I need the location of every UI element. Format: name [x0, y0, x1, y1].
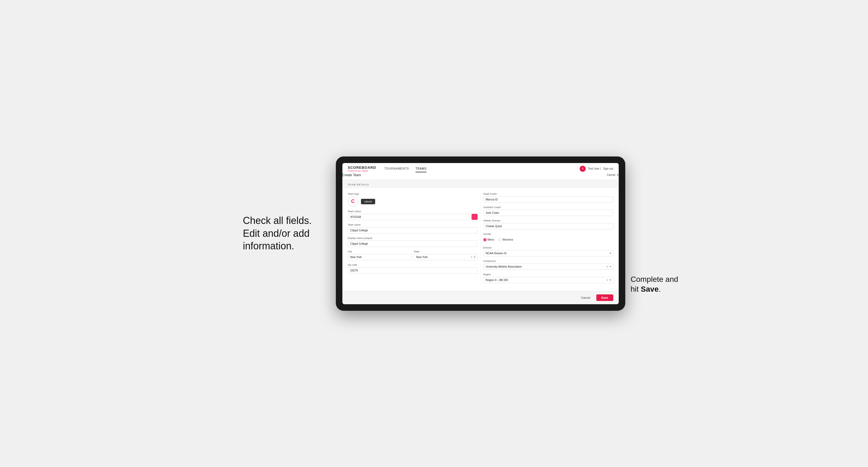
upload-button[interactable]: Upload — [361, 199, 375, 204]
assistant-coach-field: Assistant Coach — [483, 206, 613, 216]
conference-label: Conference — [483, 260, 613, 262]
division-label: Division — [483, 246, 613, 249]
team-logo-field: Team logo C Upload — [348, 192, 477, 207]
team-colour-label: Team colour — [348, 210, 477, 213]
zip-input[interactable] — [348, 268, 477, 274]
form-grid: Team logo C Upload Team colour — [342, 188, 619, 291]
assistant-coach-input[interactable] — [483, 210, 613, 216]
state-clear[interactable]: ✕ — [470, 256, 473, 259]
nav-right: T Test User | Sign out — [580, 166, 613, 172]
form-footer: Cancel Save — [342, 291, 619, 304]
section-label: TEAM DETAILS — [342, 180, 619, 188]
gender-radio-group: Mens Womens — [483, 237, 613, 243]
logo-area: C Upload — [348, 196, 477, 207]
region-field: Region Region II - (M) DIII ✕ ▼ — [483, 273, 613, 283]
division-select-wrapper: NCAA Division III ▼ — [483, 250, 613, 256]
display-name-input[interactable] — [348, 241, 477, 247]
nav-links: TOURNAMENTS TEAMS — [384, 165, 580, 172]
save-button[interactable]: Save — [596, 294, 613, 301]
zip-label: Zip code — [348, 263, 477, 266]
conference-select-wrapper: University Athletic Association ✕ ▼ — [483, 263, 613, 270]
head-coach-label: Head Coach — [483, 192, 613, 195]
user-avatar: T — [580, 166, 586, 172]
athletic-director-label: Athletic Director — [483, 219, 613, 222]
tablet-screen: SCOREBOARD Powered by clippd TOURNAMENTS… — [342, 163, 619, 304]
team-name-input[interactable] — [348, 227, 477, 234]
state-select-wrapper: New York ✕ ▼ — [414, 254, 477, 260]
team-logo-label: Team logo — [348, 192, 477, 195]
team-name-field: Team name — [348, 223, 477, 234]
display-name-label: Display name (unique) — [348, 237, 477, 240]
team-colour-input[interactable] — [348, 214, 470, 220]
team-name-label: Team name — [348, 223, 477, 226]
division-field: Division NCAA Division III ▼ — [483, 246, 613, 256]
conference-select[interactable]: University Athletic Association — [483, 263, 613, 270]
head-coach-field: Head Coach — [483, 192, 613, 203]
form-title: Create Team — [342, 173, 361, 177]
head-coach-input[interactable] — [483, 196, 613, 203]
brand-logo: SCOREBOARD Powered by clippd — [348, 165, 376, 172]
womens-label: Womens — [502, 238, 513, 241]
cancel-top-button[interactable]: Cancel ✕ — [607, 174, 618, 177]
sign-out-link[interactable]: Sign out — [603, 167, 613, 170]
city-field: City — [348, 250, 412, 260]
zip-field: Zip code — [348, 263, 477, 274]
gender-label: Gender — [483, 233, 613, 236]
city-label: City — [348, 250, 412, 253]
gender-womens-option[interactable]: Womens — [498, 238, 513, 242]
logo-circle: C — [348, 196, 358, 207]
state-label: State — [414, 250, 477, 253]
tablet-frame: SCOREBOARD Powered by clippd TOURNAMENTS… — [336, 156, 625, 311]
conference-clear[interactable]: ✕ — [606, 265, 608, 268]
region-clear[interactable]: ✕ — [606, 279, 608, 282]
form-right-column: Head Coach Assistant Coach Athletic Dire… — [480, 192, 613, 286]
gender-field: Gender Mens Womens — [483, 233, 613, 243]
user-text: Test User | — [588, 167, 601, 170]
annotation-left: Check all fields. Edit and/or add inform… — [243, 214, 319, 253]
nav-teams[interactable]: TEAMS — [415, 165, 427, 172]
region-select-wrapper: Region II - (M) DIII ✕ ▼ — [483, 277, 613, 283]
athletic-director-field: Athletic Director — [483, 219, 613, 229]
region-select[interactable]: Region II - (M) DIII — [483, 277, 613, 283]
display-name-field: Display name (unique) — [348, 237, 477, 247]
region-label: Region — [483, 273, 613, 276]
mens-radio-dot — [483, 238, 487, 242]
color-swatch[interactable] — [471, 214, 477, 220]
form-left-column: Team logo C Upload Team colour — [348, 192, 480, 286]
state-select[interactable]: New York — [414, 254, 477, 260]
city-input[interactable] — [348, 254, 412, 260]
team-colour-field: Team colour — [348, 210, 477, 220]
brand-sub: Powered by clippd — [348, 169, 376, 172]
nav-tournaments[interactable]: TOURNAMENTS — [384, 165, 409, 172]
annotation-text: Check all fields. Edit and/or add inform… — [243, 214, 319, 253]
division-select[interactable]: NCAA Division III — [483, 250, 613, 256]
city-state-row: City State New York ✕ ▼ — [348, 250, 477, 260]
color-field-wrapper — [348, 214, 477, 220]
cancel-button[interactable]: Cancel — [578, 294, 594, 301]
brand-title: SCOREBOARD — [348, 165, 376, 169]
tablet-container: SCOREBOARD Powered by clippd TOURNAMENTS… — [336, 156, 625, 311]
gender-mens-option[interactable]: Mens — [483, 238, 494, 242]
state-field: State New York ✕ ▼ — [414, 250, 477, 260]
assistant-coach-label: Assistant Coach — [483, 206, 613, 209]
womens-radio-dot — [498, 238, 501, 242]
annotation-right: Complete and hit Save. — [631, 275, 696, 294]
athletic-director-input[interactable] — [483, 223, 613, 229]
conference-field: Conference University Athletic Associati… — [483, 260, 613, 270]
mens-label: Mens — [488, 238, 494, 241]
